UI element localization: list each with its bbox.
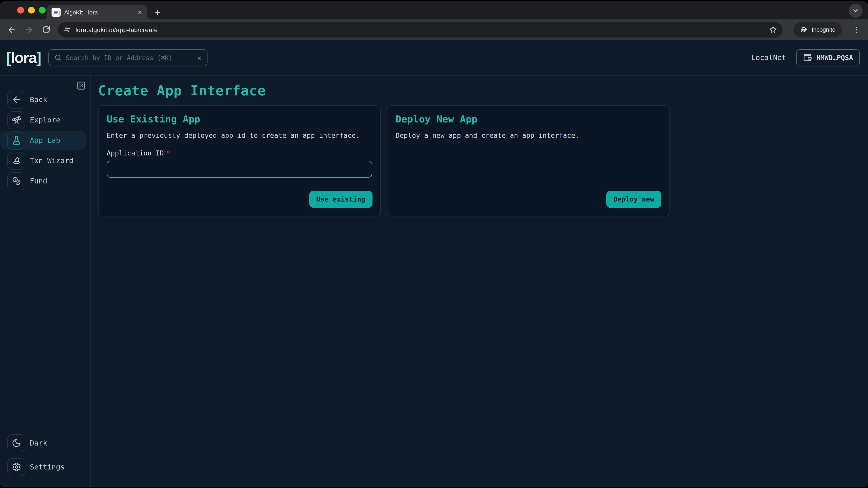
- application-id-label: Application ID*: [107, 149, 372, 157]
- use-existing-button[interactable]: Use existing: [309, 191, 373, 208]
- sidebar-nav: Back Explore App Lab: [0, 90, 90, 190]
- forward-button: [24, 24, 34, 35]
- macos-window-controls: [17, 7, 46, 13]
- gear-icon[interactable]: [7, 458, 25, 476]
- minimize-window-button[interactable]: [28, 7, 35, 13]
- application-id-input[interactable]: [107, 161, 372, 177]
- lora-logo[interactable]: [lora]: [6, 49, 41, 66]
- telescope-icon[interactable]: [7, 111, 25, 129]
- lora-app: [lora] ✕ LocalNet HMWD…PQSA: [0, 40, 868, 487]
- coins-icon[interactable]: [7, 172, 25, 190]
- sidebar-item-back[interactable]: Back: [0, 90, 86, 109]
- page-title: Create App Interface: [98, 83, 868, 98]
- search-icon: [54, 54, 62, 61]
- sidebar-collapse-button[interactable]: [76, 80, 86, 90]
- moon-icon[interactable]: [7, 434, 25, 452]
- sidebar-item-fund[interactable]: Fund: [0, 172, 86, 190]
- use-existing-app-card: Use Existing App Enter a previously depl…: [98, 105, 381, 217]
- sidebar: Back Explore App Lab: [0, 76, 91, 487]
- card-description: Deploy a new app and create an app inter…: [396, 131, 661, 140]
- sidebar-item-txn-wizard[interactable]: Txn Wizard: [0, 151, 86, 170]
- main-content: Create App Interface Use Existing App En…: [91, 76, 868, 487]
- browser-titlebar: [ak] AlgoKit - lora: [0, 1, 868, 20]
- app-header: [lora] ✕ LocalNet HMWD…PQSA: [0, 40, 868, 76]
- network-label[interactable]: LocalNet: [751, 53, 786, 62]
- wallet-button[interactable]: HMWD…PQSA: [796, 49, 860, 66]
- tab-favicon: [ak]: [52, 8, 61, 17]
- browser-tab[interactable]: [ak] AlgoKit - lora: [47, 5, 147, 20]
- tab-search-button[interactable]: [848, 4, 863, 18]
- wallet-icon: [803, 53, 812, 62]
- browser-menu-button[interactable]: [851, 24, 862, 35]
- url-text[interactable]: lora.algokit.io/app-lab/create: [75, 26, 765, 33]
- wallet-address: HMWD…PQSA: [816, 54, 853, 62]
- sidebar-footer: Dark Settings: [0, 434, 90, 476]
- sidebar-item-settings[interactable]: Settings: [0, 458, 86, 476]
- deploy-new-app-card: Deploy New App Deploy a new app and crea…: [387, 105, 670, 217]
- back-button[interactable]: [6, 24, 17, 35]
- tab-title: AlgoKit - lora: [64, 9, 133, 15]
- global-search[interactable]: ✕: [48, 49, 207, 66]
- flask-icon[interactable]: [7, 131, 25, 149]
- sidebar-item-explore[interactable]: Explore: [0, 111, 86, 129]
- incognito-icon: [800, 26, 808, 34]
- card-description: Enter a previously deployed app id to cr…: [107, 131, 372, 140]
- new-tab-button[interactable]: [151, 6, 164, 19]
- incognito-label: Incognito: [811, 26, 835, 33]
- address-bar[interactable]: lora.algokit.io/app-lab/create: [58, 22, 782, 37]
- required-marker: *: [166, 149, 170, 157]
- tab-close-icon[interactable]: [137, 9, 143, 15]
- search-input[interactable]: [66, 54, 193, 61]
- site-settings-icon[interactable]: [63, 26, 71, 33]
- close-window-button[interactable]: [17, 7, 24, 13]
- zoom-window-button[interactable]: [39, 7, 46, 13]
- browser-window: [ak] AlgoKit - lora: [0, 1, 868, 487]
- reload-button[interactable]: [41, 24, 52, 35]
- wizard-hat-icon[interactable]: [7, 152, 25, 170]
- theme-toggle-dark[interactable]: Dark: [0, 434, 86, 452]
- bookmark-star-icon[interactable]: [769, 26, 777, 34]
- sidebar-item-app-lab[interactable]: App Lab: [0, 131, 86, 150]
- arrow-left-icon[interactable]: [7, 91, 25, 109]
- card-title: Use Existing App: [107, 114, 372, 125]
- search-clear-icon[interactable]: ✕: [197, 54, 202, 62]
- incognito-badge: Incognito: [794, 22, 842, 37]
- card-title: Deploy New App: [396, 114, 661, 125]
- deploy-new-button[interactable]: Deploy new: [606, 191, 661, 208]
- browser-toolbar: lora.algokit.io/app-lab/create Incognito: [0, 20, 868, 40]
